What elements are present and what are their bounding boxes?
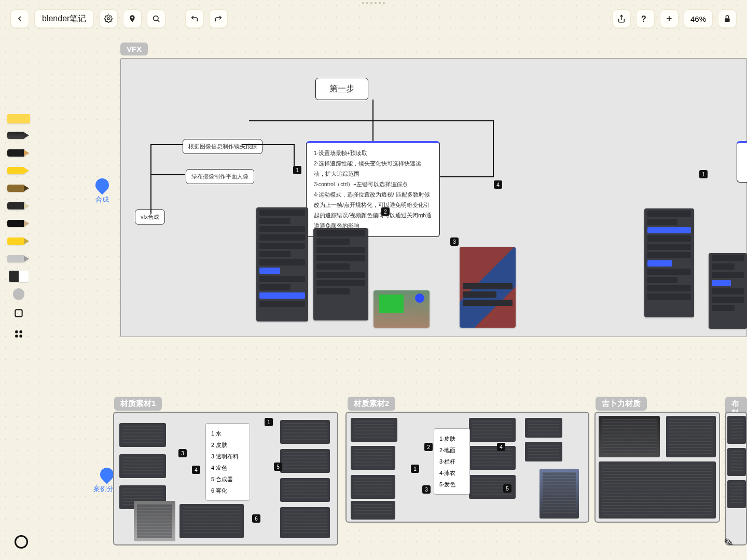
frame-tag-vfx[interactable]: VFX: [120, 43, 148, 55]
svg-line-2: [158, 20, 159, 22]
list-item: 3·透明布料: [211, 451, 244, 462]
connector: [372, 100, 374, 120]
zoom-level[interactable]: 46%: [684, 9, 713, 28]
pencil-tool[interactable]: [7, 147, 30, 159]
undo-button[interactable]: [185, 9, 204, 28]
screenshot-thumb[interactable]: [280, 449, 330, 473]
list-item: 4·泳衣: [439, 467, 464, 479]
location-button[interactable]: [123, 9, 142, 28]
fountain-pen-tool[interactable]: [7, 218, 30, 229]
screenshot-thumb[interactable]: [727, 448, 746, 476]
note-card-tracking[interactable]: 1·设置场景帧+预读取 2·选择追踪性能，镜头变化快可选择快速运动，扩大追踪范围…: [306, 141, 440, 237]
connector-badge: 6: [252, 514, 260, 523]
highlighter-tool[interactable]: [7, 165, 30, 176]
eraser-tool[interactable]: [7, 253, 30, 264]
step-title-card[interactable]: 第一步: [315, 78, 368, 100]
screenshot-render[interactable]: [134, 501, 175, 541]
screenshot-viewport[interactable]: [374, 290, 430, 328]
help-button[interactable]: ?: [636, 9, 655, 28]
screenshot-thumb[interactable]: [280, 478, 330, 502]
list-card-mat1[interactable]: 1·水 2·皮肤 3·透明布料 4·发色 5·合成器 6·雾化: [205, 423, 250, 501]
connector: [440, 176, 493, 177]
shape-circle-tool[interactable]: [13, 288, 24, 300]
svg-point-0: [107, 18, 109, 20]
apps-tool[interactable]: [11, 327, 26, 341]
connector-badge: 4: [192, 466, 200, 474]
connector: [242, 144, 294, 145]
screenshot-thumb[interactable]: [727, 480, 746, 508]
screenshot-thumb[interactable]: [599, 461, 716, 519]
connector: [493, 120, 494, 177]
lock-button[interactable]: [718, 9, 737, 28]
screenshot-thumb[interactable]: [469, 418, 516, 442]
note-line: 2·选择追踪性能，镜头变化快可选择快速运动，扩大追踪范围: [314, 159, 432, 179]
shape-frame-tool[interactable]: [11, 306, 26, 320]
brush-tool-1[interactable]: [7, 183, 30, 194]
anchor-compositing[interactable]: 合成: [95, 178, 109, 204]
screenshot-panel[interactable]: [256, 207, 308, 321]
connector: [150, 144, 183, 145]
add-button[interactable]: [660, 9, 679, 28]
frame-tag-mat2[interactable]: 材质素材2: [348, 397, 395, 411]
redo-button[interactable]: [209, 9, 228, 28]
connector: [150, 174, 185, 175]
list-item: 2·皮肤: [211, 439, 244, 451]
screenshot-thumb[interactable]: [351, 475, 395, 499]
record-button[interactable]: [15, 535, 28, 549]
settings-button[interactable]: [99, 9, 118, 28]
screenshot-panel[interactable]: [460, 247, 516, 328]
screenshot-thumb[interactable]: [351, 418, 397, 442]
screenshot-thumb[interactable]: [599, 416, 660, 457]
frame-tag-mat1[interactable]: 材质素材1: [114, 397, 162, 411]
list-item: 2·地面: [439, 444, 464, 456]
note-line: 1·设置场景帧+预读取: [314, 148, 432, 159]
connector-badge: 3: [178, 449, 187, 457]
search-button[interactable]: [147, 9, 165, 28]
screenshot-thumb[interactable]: [525, 442, 562, 461]
screenshot-thumb[interactable]: [119, 454, 166, 478]
document-title[interactable]: blender笔记: [34, 9, 94, 28]
connector-badge: 1: [293, 166, 301, 174]
card-camera-track[interactable]: 根据图像信息制作镜头跟踪: [183, 139, 262, 154]
screenshot-thumb[interactable]: [727, 416, 746, 444]
connector-badge: 5: [274, 463, 282, 471]
screenshot-panel[interactable]: [313, 228, 368, 320]
screenshot-thumb[interactable]: [280, 420, 330, 444]
connector: [150, 144, 151, 214]
list-card-mat2[interactable]: 1·皮肤 2·地面 3·栏杆 4·泳衣 5·发色: [434, 428, 470, 495]
frame-tag-ghibli[interactable]: 吉卜力材质: [596, 397, 647, 411]
card-green-screen[interactable]: 绿布抠像制作平面人像: [186, 169, 254, 184]
svg-rect-11: [20, 335, 22, 338]
share-button[interactable]: [612, 9, 631, 28]
connector-badge: 1: [411, 465, 419, 473]
connector-badge: 1: [699, 170, 708, 178]
note-line: 3·control（ctrl）+左键可以选择追踪点: [314, 179, 432, 190]
brush-tool-2[interactable]: [7, 200, 30, 212]
screenshot-thumb[interactable]: [280, 507, 330, 538]
screenshot-thumb[interactable]: [469, 446, 516, 470]
screenshot-thumb[interactable]: [179, 504, 244, 538]
anchor-label: 合成: [95, 195, 109, 204]
connector-badge: 2: [424, 443, 433, 451]
screenshot-thumb[interactable]: [351, 446, 395, 470]
svg-point-1: [154, 16, 158, 21]
window-drag-handle[interactable]: [362, 2, 385, 4]
pen-tool-1[interactable]: [7, 130, 30, 141]
screenshot-thumb[interactable]: [525, 418, 562, 438]
screenshot-panel[interactable]: [709, 253, 747, 329]
connector-badge: 5: [503, 484, 511, 493]
note-tool[interactable]: [7, 114, 30, 123]
svg-rect-6: [725, 18, 729, 22]
connector: [249, 120, 493, 121]
screenshot-thumb[interactable]: [119, 423, 166, 447]
back-button[interactable]: [10, 9, 29, 28]
connector-badge: 1: [265, 418, 273, 426]
topbar: blender笔记 ? 46%: [10, 9, 737, 28]
note-card-right-partial[interactable]: [737, 141, 747, 183]
screenshot-panel[interactable]: [644, 208, 694, 317]
marker-tool[interactable]: [7, 235, 30, 247]
screenshot-thumb[interactable]: [666, 416, 716, 457]
screenshot-thumb[interactable]: [351, 501, 395, 520]
color-swatches[interactable]: [9, 271, 29, 282]
screenshot-render[interactable]: [540, 469, 579, 519]
